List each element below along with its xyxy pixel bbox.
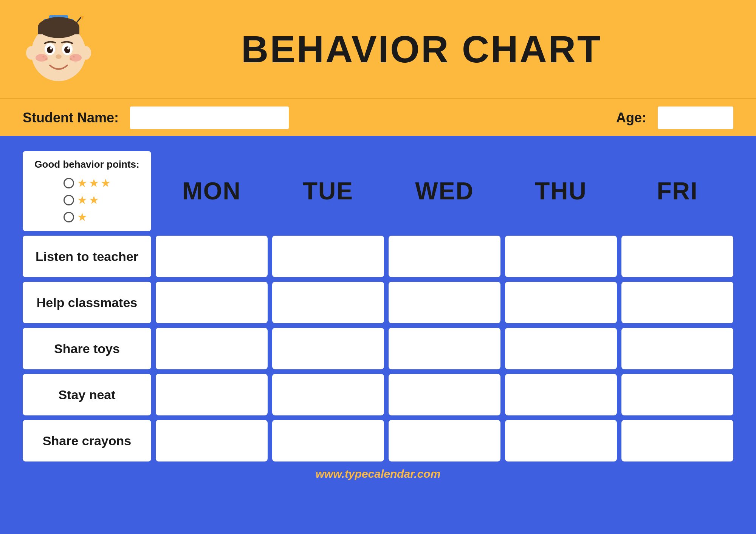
title-area: BEHAVIOR CHART	[110, 28, 733, 71]
svg-point-5	[26, 46, 37, 60]
legend-stars-3: ★ ★ ★	[77, 176, 111, 190]
main-content: Good behavior points: ★ ★ ★ ★ ★	[0, 136, 756, 492]
legend-row-3: ★ ★ ★	[64, 176, 111, 190]
age-label: Age:	[616, 110, 646, 126]
behavior-cell-crayons-wed[interactable]	[389, 420, 500, 461]
footer-url: www.typecalendar.com	[316, 468, 441, 480]
legend-title: Good behavior points:	[34, 159, 139, 170]
legend-row-1: ★	[64, 210, 111, 224]
legend-stars-2: ★ ★	[77, 193, 99, 207]
day-header-thu: THU	[505, 151, 617, 231]
behavior-cell-listen-thu[interactable]	[505, 236, 617, 277]
behavior-label-crayons: Share crayons	[23, 420, 151, 461]
svg-point-12	[64, 46, 70, 53]
star-2: ★	[89, 193, 99, 207]
svg-point-6	[81, 46, 91, 60]
behavior-cell-toys-thu[interactable]	[505, 328, 617, 369]
behavior-cell-help-mon[interactable]	[156, 282, 268, 323]
svg-rect-8	[38, 28, 79, 34]
legend-circle-3	[64, 178, 74, 188]
behavior-label-neat: Stay neat	[23, 374, 151, 415]
behavior-cell-crayons-mon[interactable]	[156, 420, 268, 461]
behavior-text-crayons: Share crayons	[43, 434, 131, 448]
student-name-input[interactable]	[130, 106, 289, 129]
behavior-cell-crayons-tue[interactable]	[272, 420, 384, 461]
legend-stars-1: ★	[77, 210, 87, 224]
day-label-thu: THU	[535, 177, 587, 205]
day-label-wed: WED	[415, 177, 474, 205]
behavior-cell-help-thu[interactable]	[505, 282, 617, 323]
svg-point-11	[47, 46, 53, 53]
behavior-cell-crayons-thu[interactable]	[505, 420, 617, 461]
behavior-cell-neat-thu[interactable]	[505, 374, 617, 415]
chart-grid: Good behavior points: ★ ★ ★ ★ ★	[23, 151, 733, 461]
footer: www.typecalendar.com	[23, 461, 733, 480]
legend-rows: ★ ★ ★ ★ ★ ★	[64, 176, 111, 224]
behavior-text-toys: Share toys	[54, 341, 120, 356]
behavior-label-listen: Listen to teacher	[23, 236, 151, 277]
star-1: ★	[77, 210, 87, 224]
star-1: ★	[77, 176, 87, 190]
star-1: ★	[77, 193, 87, 207]
behavior-text-help: Help classmates	[37, 295, 138, 310]
legend-circle-1	[64, 212, 74, 222]
behavior-cell-neat-tue[interactable]	[272, 374, 384, 415]
svg-point-15	[36, 54, 48, 62]
student-info-bar: Student Name: Age:	[0, 98, 756, 136]
behavior-text-neat: Stay neat	[58, 387, 115, 402]
svg-point-18	[45, 58, 48, 60]
behavior-cell-help-fri[interactable]	[621, 282, 733, 323]
day-label-mon: MON	[182, 177, 241, 205]
page-title: BEHAVIOR CHART	[241, 28, 602, 71]
svg-point-21	[73, 56, 75, 58]
behavior-cell-neat-fri[interactable]	[621, 374, 733, 415]
behavior-cell-listen-mon[interactable]	[156, 236, 268, 277]
day-header-mon: MON	[156, 151, 268, 231]
behavior-cell-neat-mon[interactable]	[156, 374, 268, 415]
age-input[interactable]	[658, 106, 733, 129]
behavior-cell-listen-fri[interactable]	[621, 236, 733, 277]
day-label-fri: FRI	[657, 177, 698, 205]
star-3: ★	[101, 176, 111, 190]
legend-circle-2	[64, 195, 74, 205]
student-name-label: Student Name:	[23, 110, 119, 126]
behavior-text-listen: Listen to teacher	[36, 249, 138, 264]
mascot	[23, 13, 94, 85]
behavior-cell-neat-wed[interactable]	[389, 374, 500, 415]
behavior-cell-help-tue[interactable]	[272, 282, 384, 323]
svg-point-20	[70, 58, 72, 60]
legend-row-2: ★ ★	[64, 193, 111, 207]
svg-point-19	[43, 56, 45, 58]
legend-cell: Good behavior points: ★ ★ ★ ★ ★	[23, 151, 151, 231]
day-header-wed: WED	[389, 151, 500, 231]
header: BEHAVIOR CHART	[0, 0, 756, 98]
behavior-cell-help-wed[interactable]	[389, 282, 500, 323]
behavior-cell-toys-fri[interactable]	[621, 328, 733, 369]
behavior-label-toys: Share toys	[23, 328, 151, 369]
behavior-cell-crayons-fri[interactable]	[621, 420, 733, 461]
day-header-tue: TUE	[272, 151, 384, 231]
svg-point-13	[50, 47, 52, 49]
behavior-cell-toys-mon[interactable]	[156, 328, 268, 369]
svg-point-16	[70, 54, 82, 62]
day-header-fri: FRI	[621, 151, 733, 231]
svg-point-14	[67, 47, 70, 49]
behavior-cell-listen-wed[interactable]	[389, 236, 500, 277]
behavior-cell-toys-wed[interactable]	[389, 328, 500, 369]
star-2: ★	[89, 176, 99, 190]
behavior-cell-listen-tue[interactable]	[272, 236, 384, 277]
behavior-cell-toys-tue[interactable]	[272, 328, 384, 369]
behavior-label-help: Help classmates	[23, 282, 151, 323]
day-label-tue: TUE	[303, 177, 353, 205]
svg-point-17	[56, 54, 62, 59]
